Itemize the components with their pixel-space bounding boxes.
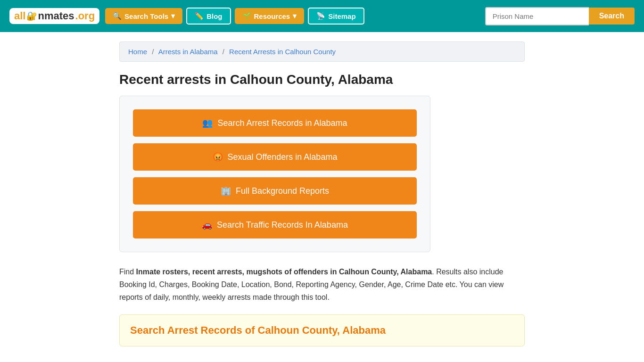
nav-blog-label: Blog — [206, 12, 222, 20]
breadcrumb-sep-1: / — [152, 48, 154, 56]
prison-search-input[interactable] — [485, 7, 589, 25]
breadcrumb-home[interactable]: Home — [128, 48, 147, 56]
logo-all: all — [14, 10, 25, 22]
breadcrumb: Home / Arrests in Alabama / Recent Arres… — [119, 41, 525, 62]
search-records-section: Search Arrest Records of Calhoun County,… — [119, 314, 525, 346]
nav-blog[interactable]: ✏️ Blog — [186, 8, 231, 25]
prison-search-button[interactable]: Search — [589, 8, 635, 25]
background-reports-button[interactable]: 🏢 Full Background Reports — [133, 177, 417, 205]
description-bold: Inmate rosters, recent arrests, mugshots… — [136, 268, 432, 276]
main-header: all🔐nmates.org 🔍 Search Tools ▾ ✏️ Blog … — [0, 0, 644, 32]
traffic-records-icon: 🚗 — [202, 220, 212, 230]
nav-resources-label: Resources — [254, 12, 290, 20]
description-text: Find Inmate rosters, recent arrests, mug… — [119, 265, 525, 304]
arrest-records-label: Search Arrest Records in Alabama — [217, 118, 347, 128]
nav-search-tools-label: Search Tools — [124, 12, 168, 20]
main-nav: 🔍 Search Tools ▾ ✏️ Blog 🌱 Resources ▾ 📡… — [105, 8, 479, 25]
sitemap-icon: 📡 — [316, 12, 325, 20]
logo-inmates: nmates — [38, 10, 74, 22]
nav-sitemap-label: Sitemap — [328, 12, 355, 20]
traffic-records-label: Search Traffic Records In Alabama — [217, 220, 348, 230]
logo-icon: 🔐 — [26, 11, 37, 21]
background-reports-label: Full Background Reports — [236, 186, 329, 196]
breadcrumb-arrests-alabama[interactable]: Arrests in Alabama — [158, 48, 218, 56]
page-title: Recent arrests in Calhoun County, Alabam… — [119, 72, 525, 87]
resources-icon: 🌱 — [242, 12, 251, 20]
dropdown-arrow-icon: ▾ — [171, 12, 175, 20]
logo-org: .org — [75, 10, 95, 22]
nav-search-tools[interactable]: 🔍 Search Tools ▾ — [105, 8, 182, 24]
header-search: Search — [485, 7, 635, 25]
sexual-offenders-icon: 😡 — [213, 152, 223, 162]
search-section-title: Search Arrest Records of Calhoun County,… — [130, 324, 514, 337]
breadcrumb-sep-2: / — [223, 48, 224, 56]
arrest-records-icon: 👥 — [202, 118, 213, 128]
sexual-offenders-label: Sexual Offenders in Alabama — [228, 152, 338, 162]
background-reports-icon: 🏢 — [221, 186, 231, 196]
site-logo[interactable]: all🔐nmates.org — [9, 8, 99, 24]
nav-sitemap[interactable]: 📡 Sitemap — [308, 8, 364, 25]
main-content: Home / Arrests in Alabama / Recent Arres… — [105, 32, 539, 356]
search-tools-icon: 🔍 — [113, 12, 122, 20]
action-buttons-container: 👥 Search Arrest Records in Alabama 😡 Sex… — [119, 96, 430, 252]
breadcrumb-current: Recent Arrests in Calhoun County — [229, 48, 336, 56]
traffic-records-button[interactable]: 🚗 Search Traffic Records In Alabama — [133, 211, 417, 239]
sexual-offenders-button[interactable]: 😡 Sexual Offenders in Alabama — [133, 143, 417, 171]
dropdown-arrow-icon-2: ▾ — [293, 12, 297, 20]
description-prefix: Find — [119, 268, 136, 276]
nav-resources[interactable]: 🌱 Resources ▾ — [235, 8, 305, 24]
blog-icon: ✏️ — [195, 12, 204, 20]
arrest-records-button[interactable]: 👥 Search Arrest Records in Alabama — [133, 109, 417, 137]
